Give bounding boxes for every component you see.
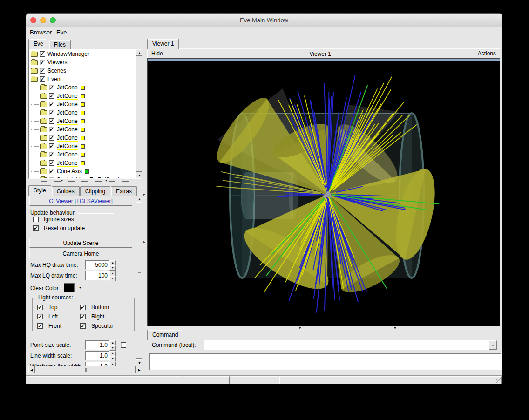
point-size-spinner[interactable]: ▲▼ xyxy=(85,340,116,350)
resize-grip[interactable] xyxy=(496,378,502,383)
tab-extras[interactable]: Extras xyxy=(111,186,137,196)
tree-item-jetcone[interactable]: JetCone xyxy=(29,150,136,159)
light-checkbox[interactable] xyxy=(37,305,43,310)
spin-down-icon[interactable]: ▼ xyxy=(109,276,116,281)
tree-item-checkbox[interactable] xyxy=(49,177,54,179)
folder-icon[interactable] xyxy=(40,135,47,141)
light-specular[interactable]: Specular xyxy=(80,321,131,331)
tree-item-label[interactable]: JetCone xyxy=(57,151,78,158)
reset-on-update-checkbox[interactable] xyxy=(33,225,39,231)
tree-item-label[interactable]: JetCone xyxy=(57,84,78,91)
tree-item-label[interactable]: Cone Axis xyxy=(57,168,82,175)
tree-item-jetcone[interactable]: JetCone xyxy=(29,134,136,142)
ignore-sizes-checkbox[interactable] xyxy=(33,217,39,222)
spin-down-icon[interactable]: ▼ xyxy=(109,356,116,361)
tree-item-jetcone[interactable]: JetCone xyxy=(29,142,136,150)
scroll-up-icon[interactable]: ▲ xyxy=(136,196,142,202)
tree-item-label[interactable]: JetCone xyxy=(57,135,78,142)
folder-icon[interactable] xyxy=(40,94,47,99)
color-swatch[interactable] xyxy=(122,178,126,179)
color-swatch[interactable] xyxy=(81,111,85,115)
viewer-command-splitter[interactable]: ▾ ▾ xyxy=(147,327,500,331)
menu-eve[interactable]: Eve xyxy=(56,29,67,36)
folder-icon[interactable] xyxy=(40,177,47,179)
point-size-checkbox[interactable] xyxy=(121,342,126,348)
tree-item-checkbox[interactable] xyxy=(49,169,54,174)
actions-button[interactable]: Actions xyxy=(474,49,500,58)
tree-item-label[interactable]: Scenes xyxy=(47,68,66,75)
color-swatch[interactable] xyxy=(81,136,85,140)
wireframe-spinner[interactable]: ▲▼ xyxy=(85,362,116,366)
folder-icon[interactable] xyxy=(40,152,47,157)
light-checkbox[interactable] xyxy=(80,314,86,319)
tree-item-label[interactable]: JetCone xyxy=(57,109,78,116)
tree-item-checkbox[interactable] xyxy=(49,143,54,149)
tree-vertical-scrollbar[interactable]: ▲ ▼ xyxy=(136,49,142,178)
tree-item-cone-axis[interactable]: Cone Axis xyxy=(29,167,136,176)
color-swatch[interactable] xyxy=(81,128,85,132)
tree-item-label[interactable]: JetCone xyxy=(57,118,78,125)
clear-color-dropdown-icon[interactable]: ▼ xyxy=(76,283,84,292)
command-combobox[interactable]: ▼ xyxy=(204,340,497,350)
light-left[interactable]: Left xyxy=(37,312,80,321)
tab-guides[interactable]: Guides xyxy=(52,186,80,196)
tab-eve[interactable]: Eve xyxy=(28,39,48,49)
tree-item-checkbox[interactable] xyxy=(49,85,54,90)
tree-item-label[interactable]: Event xyxy=(47,76,62,83)
spin-down-icon[interactable]: ▼ xyxy=(109,265,116,271)
spin-up-icon[interactable]: ▲ xyxy=(109,351,116,356)
folder-icon[interactable] xyxy=(40,85,47,90)
tree-item-straightlinesetaphiseed[interactable]: StraightLinesEtaPhiSeed xyxy=(29,176,136,179)
tree-item-event[interactable]: Event xyxy=(29,75,136,83)
scroll-down-icon[interactable]: ▼ xyxy=(136,172,142,178)
light-top[interactable]: Top xyxy=(37,303,80,312)
tree-item-label[interactable]: JetCone xyxy=(57,160,78,167)
window-titlebar[interactable]: Eve Main Window xyxy=(26,14,502,27)
style-horizontal-scrollbar[interactable]: ◀ ▶ xyxy=(28,366,142,373)
tree-item-checkbox[interactable] xyxy=(40,51,45,57)
folder-icon[interactable] xyxy=(31,60,38,65)
color-swatch[interactable] xyxy=(81,86,85,90)
color-swatch[interactable] xyxy=(85,169,89,174)
tree-item-checkbox[interactable] xyxy=(49,152,54,157)
tree-item-label[interactable]: JetCone xyxy=(57,93,78,100)
tree-item-checkbox[interactable] xyxy=(49,160,54,166)
tree-style-splitter[interactable]: ▾ ▾ xyxy=(28,179,142,183)
wireframe-input[interactable] xyxy=(85,362,109,366)
color-swatch[interactable] xyxy=(81,102,85,107)
spin-up-icon[interactable]: ▲ xyxy=(109,271,116,276)
tree-item-jetcone[interactable]: JetCone xyxy=(29,117,136,125)
light-checkbox[interactable] xyxy=(80,305,86,310)
light-checkbox[interactable] xyxy=(37,314,43,319)
reset-on-update-row[interactable]: Reset on update xyxy=(33,225,85,231)
tree-item-checkbox[interactable] xyxy=(40,68,45,74)
color-swatch[interactable] xyxy=(81,161,85,165)
tree-item-checkbox[interactable] xyxy=(49,93,54,99)
tree-item-jetcone[interactable]: JetCone xyxy=(29,159,136,167)
tree-item-windowmanager[interactable]: WindowManager xyxy=(29,50,136,58)
tree-item-jetcone[interactable]: JetCone xyxy=(29,92,136,100)
max-lq-input[interactable] xyxy=(85,271,109,280)
folder-icon[interactable] xyxy=(40,102,47,107)
tree-item-label[interactable]: StraightLinesEtaPhiSeed xyxy=(57,176,119,179)
tree-item-checkbox[interactable] xyxy=(40,76,45,82)
scroll-down-icon[interactable]: ▼ xyxy=(136,359,142,366)
tree-item-checkbox[interactable] xyxy=(49,127,54,132)
spin-up-icon[interactable]: ▲ xyxy=(109,340,116,345)
color-swatch[interactable] xyxy=(81,153,85,157)
color-swatch[interactable] xyxy=(81,119,85,123)
folder-icon[interactable] xyxy=(40,144,47,149)
tab-command[interactable]: Command xyxy=(147,330,183,340)
combo-dropdown-icon[interactable]: ▼ xyxy=(489,340,497,350)
command-input[interactable] xyxy=(204,340,489,350)
tree-item-jetcone[interactable]: JetCone xyxy=(29,125,136,134)
light-bottom[interactable]: Bottom xyxy=(80,303,131,312)
tree-item-label[interactable]: JetCone xyxy=(57,143,78,150)
glviewer-button[interactable]: GLViewer [TGLSAViewer] xyxy=(29,196,132,206)
ignore-sizes-row[interactable]: Ignore sizes xyxy=(33,216,74,223)
scroll-left-icon[interactable]: ◀ xyxy=(28,366,35,373)
folder-icon[interactable] xyxy=(40,127,47,132)
command-output[interactable] xyxy=(149,353,502,370)
spin-down-icon[interactable]: ▼ xyxy=(109,345,116,351)
spin-up-icon[interactable]: ▲ xyxy=(109,260,116,265)
